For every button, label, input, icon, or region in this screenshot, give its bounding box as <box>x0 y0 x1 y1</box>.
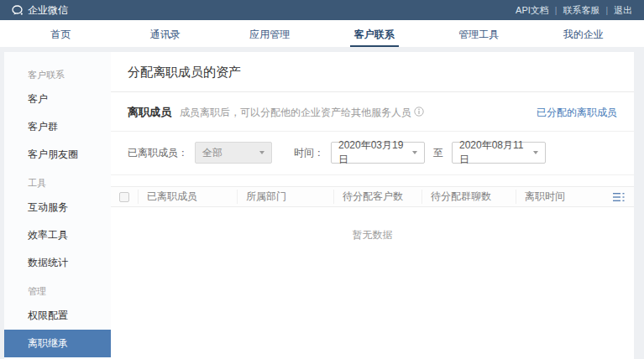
header-cell-checkbox <box>111 192 138 202</box>
sidebar-item-efficiency-tools[interactable]: 效率工具 <box>4 221 111 249</box>
assigned-members-link[interactable]: 已分配的离职成员 <box>537 106 617 120</box>
member-select[interactable]: 全部 <box>195 142 272 164</box>
tab-contacts[interactable]: 通讯录 <box>113 20 218 47</box>
chevron-down-icon <box>259 151 264 154</box>
members-table: 已离职成员 所属部门 待分配客户数 待分配群聊数 离职时间 暂无数据 <box>111 186 634 242</box>
logout-link[interactable]: 退出 <box>614 4 632 17</box>
member-select-value: 全部 <box>202 146 223 160</box>
sidebar-item-customers[interactable]: 客户 <box>4 86 111 113</box>
contact-support-link[interactable]: 联系客服 <box>563 4 599 17</box>
info-icon[interactable] <box>414 105 424 120</box>
title-block: 分配离职成员的资产 <box>111 52 634 92</box>
tab-my-company[interactable]: 我的企业 <box>531 20 636 47</box>
header-cell-groups-to-assign: 待分配群聊数 <box>421 190 516 204</box>
chevron-down-icon <box>533 151 538 154</box>
sidebar-section-tools: 工具 <box>4 169 111 194</box>
filter-row: 已离职成员： 全部 时间： 2020年03月19日 至 2020年08月11日 <box>111 132 634 175</box>
divider: | <box>605 6 608 15</box>
tab-app-management[interactable]: 应用管理 <box>217 20 322 47</box>
column-settings-icon[interactable] <box>604 192 634 202</box>
select-all-checkbox[interactable] <box>119 192 129 202</box>
topbar: 企业微信 API文档 | 联系客服 | 退出 <box>0 0 644 20</box>
page-title: 分配离职成员的资产 <box>128 65 617 81</box>
chat-bubble-icon <box>12 5 24 16</box>
to-label: 至 <box>433 146 443 160</box>
tab-management-tools[interactable]: 管理工具 <box>427 20 531 47</box>
date-to-select[interactable]: 2020年08月11日 <box>452 142 546 164</box>
empty-state-text: 暂无数据 <box>111 207 634 242</box>
sidebar-section-management: 管理 <box>4 277 111 302</box>
section-header-row: 离职成员 成员离职后，可以分配他的企业资产给其他服务人员 已分配的离职成员 <box>111 92 634 132</box>
main-content: 分配离职成员的资产 离职成员 成员离职后，可以分配他的企业资产给其他服务人员 已… <box>111 52 634 359</box>
sidebar-item-permission-config[interactable]: 权限配置 <box>4 302 111 330</box>
sidebar-section-customer-contact: 客户联系 <box>4 60 111 86</box>
sidebar-item-data-statistics[interactable]: 数据统计 <box>4 249 111 277</box>
divider: | <box>555 6 558 15</box>
brand-label: 企业微信 <box>28 3 68 18</box>
table-header-row: 已离职成员 所属部门 待分配客户数 待分配群聊数 离职时间 <box>111 186 634 207</box>
time-filter-label: 时间： <box>294 146 324 160</box>
section-description: 成员离职后，可以分配他的企业资产给其他服务人员 <box>180 106 411 120</box>
section-title: 离职成员 <box>128 105 171 120</box>
header-cell-department: 所属部门 <box>237 190 333 204</box>
tab-customer-contact[interactable]: 客户联系 <box>322 20 427 47</box>
topbar-links: API文档 | 联系客服 | 退出 <box>516 4 632 17</box>
api-docs-link[interactable]: API文档 <box>516 4 549 17</box>
brand: 企业微信 <box>12 3 68 18</box>
sidebar-item-interactive-services[interactable]: 互动服务 <box>4 194 111 221</box>
date-from-select[interactable]: 2020年03月19日 <box>331 142 425 164</box>
page-body: 客户联系 客户 客户群 客户朋友圈 工具 互动服务 效率工具 数据统计 管理 权… <box>0 47 644 359</box>
header-cell-departed-member: 已离职成员 <box>138 190 237 204</box>
tab-home[interactable]: 首页 <box>8 20 113 47</box>
header-cell-customers-to-assign: 待分配客户数 <box>333 190 421 204</box>
member-filter-label: 已离职成员： <box>128 146 188 160</box>
sidebar-item-customer-moments[interactable]: 客户朋友圈 <box>4 141 111 169</box>
sidebar-item-resignation-inheritance[interactable]: 离职继承 <box>4 330 111 357</box>
sidebar: 客户联系 客户 客户群 客户朋友圈 工具 互动服务 效率工具 数据统计 管理 权… <box>4 52 111 359</box>
date-from-value: 2020年03月19日 <box>338 138 406 167</box>
main-nav: 首页 通讯录 应用管理 客户联系 管理工具 我的企业 <box>0 20 644 47</box>
chevron-down-icon <box>412 151 417 154</box>
sidebar-item-customer-groups[interactable]: 客户群 <box>4 113 111 141</box>
date-to-value: 2020年08月11日 <box>459 138 526 167</box>
header-cell-departure-time: 离职时间 <box>516 190 604 204</box>
